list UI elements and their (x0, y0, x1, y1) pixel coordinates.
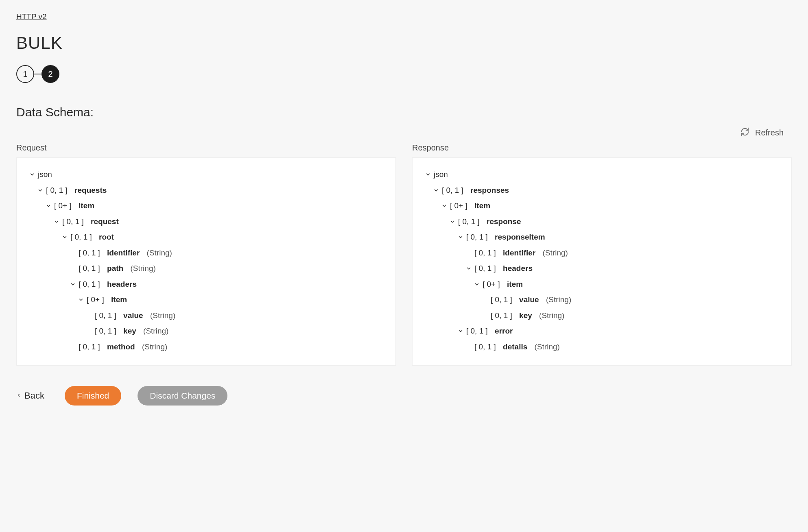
chevron-down-icon[interactable] (29, 172, 35, 177)
tree-node-type: (String) (546, 294, 571, 306)
stepper: 1 2 (16, 65, 792, 83)
tree-node-card: [ 0, 1 ] (62, 216, 84, 228)
tree-node-card: [ 0+ ] (483, 279, 500, 290)
tree-node-card: [ 0+ ] (450, 200, 467, 212)
step-2[interactable]: 2 (41, 65, 59, 83)
back-label: Back (24, 390, 44, 401)
refresh-button[interactable]: Refresh (740, 127, 784, 138)
tree-node-name: value (123, 310, 143, 322)
chevron-down-icon[interactable] (425, 172, 431, 177)
tree-row[interactable]: [ 0, 1 ] headers (29, 277, 383, 292)
tree-node-card: [ 0, 1 ] (46, 185, 68, 196)
tree-row[interactable]: [ 0, 1 ] request (29, 214, 383, 230)
tree-row[interactable]: [ 0+ ] item (425, 198, 779, 214)
tree-node-card: [ 0, 1 ] (466, 325, 488, 337)
finished-button[interactable]: Finished (65, 386, 121, 406)
tree-node-card: [ 0, 1 ] (491, 294, 512, 306)
back-button[interactable]: Back (16, 390, 44, 401)
tree-node-name: headers (503, 263, 533, 275)
tree-row[interactable]: [ 0, 1 ] value (String) (29, 308, 383, 324)
chevron-down-icon[interactable] (474, 281, 480, 287)
tree-node-name: error (495, 325, 513, 337)
tree-node-name: identifier (107, 247, 140, 259)
tree-node-card: [ 0, 1 ] (474, 263, 496, 275)
chevron-down-icon[interactable] (457, 328, 464, 334)
tree-row[interactable]: [ 0, 1 ] error (425, 323, 779, 339)
refresh-icon (740, 127, 749, 138)
tree-node-name: method (107, 341, 135, 353)
tree-node-type: (String) (143, 325, 168, 337)
refresh-label: Refresh (755, 128, 784, 137)
tree-node-name: requests (74, 185, 107, 196)
tree-node-name: json (434, 169, 448, 181)
request-panel: json [ 0, 1 ] requests [ 0+ ] item [ 0, … (16, 157, 396, 366)
tree-node-name: item (507, 279, 523, 290)
tree-row[interactable]: [ 0, 1 ] path (String) (29, 261, 383, 277)
chevron-down-icon[interactable] (78, 297, 84, 303)
tree-node-name: request (91, 216, 119, 228)
step-1[interactable]: 1 (16, 65, 34, 83)
tree-node-card: [ 0+ ] (54, 200, 72, 212)
page-title: BULK (16, 33, 792, 53)
tree-row[interactable]: [ 0, 1 ] identifier (String) (29, 245, 383, 261)
tree-row[interactable]: [ 0, 1 ] requests (29, 183, 383, 198)
tree-node-card: [ 0, 1 ] (79, 341, 100, 353)
chevron-down-icon[interactable] (465, 266, 472, 271)
tree-node-name: item (111, 294, 127, 306)
tree-node-card: [ 0, 1 ] (79, 247, 100, 259)
step-connector (34, 74, 41, 74)
section-heading: Data Schema: (16, 105, 792, 119)
tree-node-name: key (123, 325, 136, 337)
response-column: Response json [ 0, 1 ] responses [ 0+ ] … (412, 143, 792, 366)
tree-node-name: item (474, 200, 490, 212)
tree-row[interactable]: [ 0, 1 ] key (String) (425, 308, 779, 324)
tree-node-type: (String) (147, 247, 172, 259)
tree-node-type: (String) (539, 310, 564, 322)
chevron-down-icon[interactable] (433, 188, 439, 193)
chevron-down-icon[interactable] (61, 234, 68, 240)
tree-node-name: root (99, 231, 114, 243)
chevron-down-icon[interactable] (45, 203, 52, 209)
tree-row[interactable]: [ 0, 1 ] root (29, 229, 383, 245)
tree-row[interactable]: [ 0, 1 ] value (String) (425, 292, 779, 308)
tree-row[interactable]: [ 0+ ] item (29, 198, 383, 214)
chevron-down-icon[interactable] (457, 234, 464, 240)
tree-row[interactable]: [ 0+ ] item (425, 277, 779, 292)
tree-row[interactable]: [ 0, 1 ] method (String) (29, 339, 383, 355)
tree-row[interactable]: [ 0, 1 ] headers (425, 261, 779, 277)
breadcrumb[interactable]: HTTP v2 (16, 12, 47, 21)
chevron-down-icon[interactable] (70, 281, 76, 287)
tree-node-card: [ 0, 1 ] (474, 341, 496, 353)
tree-row[interactable]: [ 0, 1 ] details (String) (425, 339, 779, 355)
tree-node-name: path (107, 263, 123, 275)
tree-node-card: [ 0, 1 ] (442, 185, 463, 196)
tree-row[interactable]: json (29, 167, 383, 183)
tree-node-name: response (487, 216, 521, 228)
tree-row[interactable]: [ 0+ ] item (29, 292, 383, 308)
tree-node-card: [ 0, 1 ] (466, 231, 488, 243)
tree-node-type: (String) (150, 310, 175, 322)
request-label: Request (16, 143, 396, 153)
tree-row[interactable]: [ 0, 1 ] key (String) (29, 323, 383, 339)
tree-node-name: responseItem (495, 231, 545, 243)
tree-node-card: [ 0, 1 ] (79, 263, 100, 275)
tree-row[interactable]: json (425, 167, 779, 183)
tree-node-card: [ 0, 1 ] (491, 310, 512, 322)
tree-row[interactable]: [ 0, 1 ] responses (425, 183, 779, 198)
tree-node-card: [ 0, 1 ] (70, 231, 92, 243)
chevron-down-icon[interactable] (37, 188, 44, 193)
response-panel: json [ 0, 1 ] responses [ 0+ ] item [ 0,… (412, 157, 792, 366)
chevron-down-icon[interactable] (53, 219, 60, 225)
discard-button[interactable]: Discard Changes (138, 386, 227, 406)
tree-node-card: [ 0, 1 ] (95, 310, 116, 322)
tree-node-type: (String) (142, 341, 167, 353)
chevron-down-icon[interactable] (441, 203, 448, 209)
tree-row[interactable]: [ 0, 1 ] responseItem (425, 229, 779, 245)
tree-row[interactable]: [ 0, 1 ] response (425, 214, 779, 230)
tree-node-type: (String) (535, 341, 560, 353)
tree-node-name: key (519, 310, 532, 322)
chevron-down-icon[interactable] (449, 219, 456, 225)
tree-node-card: [ 0+ ] (87, 294, 104, 306)
tree-row[interactable]: [ 0, 1 ] identifier (String) (425, 245, 779, 261)
footer: Back Finished Discard Changes (16, 386, 792, 406)
